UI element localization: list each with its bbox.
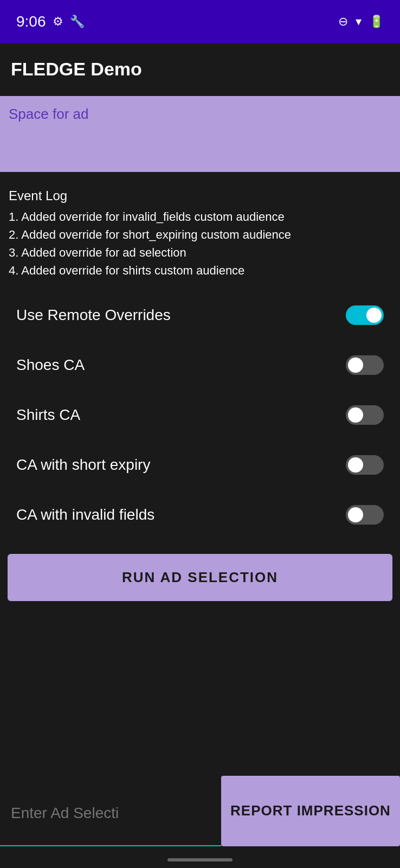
report-impression-button[interactable]: REPORT IMPRESSION	[221, 776, 400, 846]
toggle-shirts-ca[interactable]	[346, 405, 384, 425]
app-title: FLEDGE Demo	[11, 59, 142, 79]
toggle-row-use-remote-overrides: Use Remote Overrides	[0, 290, 400, 340]
gear-icon: ⚙	[53, 15, 63, 29]
bottom-bar: REPORT IMPRESSION	[0, 776, 400, 846]
ad-space-label: Space for ad	[9, 106, 88, 122]
status-time: 9:06	[16, 13, 46, 30]
toggle-label-use-remote-overrides: Use Remote Overrides	[16, 307, 171, 324]
toggle-row-shirts-ca: Shirts CA	[0, 390, 400, 440]
toggle-label-ca-short-expiry: CA with short expiry	[16, 456, 150, 474]
block-icon: ⊖	[338, 15, 348, 29]
toggle-row-ca-invalid-fields: CA with invalid fields	[0, 490, 400, 540]
toggle-section: Use Remote Overrides Shoes CA Shirts CA …	[0, 285, 400, 545]
toggle-ca-invalid-fields[interactable]	[346, 505, 384, 525]
ad-space: Space for ad	[0, 96, 400, 172]
battery-icon: 🔋	[369, 15, 384, 29]
run-ad-selection-button[interactable]: RUN AD SELECTION	[8, 554, 392, 601]
toggle-thumb-ca-short-expiry	[348, 457, 363, 473]
toggle-thumb-use-remote-overrides	[366, 308, 382, 323]
event-log-item-3: 3. Added override for ad selection	[9, 244, 391, 261]
status-bar: 9:06 ⚙ 🔧 ⊖ ▾ 🔋	[0, 0, 400, 43]
status-bar-left: 9:06 ⚙ 🔧	[16, 13, 85, 30]
event-log-item-1: 1. Added override for invalid_fields cus…	[9, 208, 391, 226]
toggle-label-shoes-ca: Shoes CA	[16, 356, 85, 374]
toggle-label-ca-invalid-fields: CA with invalid fields	[16, 506, 154, 524]
event-log-item-2: 2. Added override for short_expiring cus…	[9, 226, 391, 244]
nav-indicator	[167, 858, 233, 861]
wrench-icon: 🔧	[70, 15, 85, 29]
toggle-use-remote-overrides[interactable]	[346, 305, 384, 325]
toggle-thumb-shoes-ca	[348, 358, 363, 373]
toggle-label-shirts-ca: Shirts CA	[16, 406, 80, 424]
toggle-thumb-shirts-ca	[348, 407, 363, 423]
wifi-icon: ▾	[356, 15, 362, 29]
event-log-title: Event Log	[9, 186, 391, 206]
toggle-row-shoes-ca: Shoes CA	[0, 340, 400, 390]
toggle-row-ca-short-expiry: CA with short expiry	[0, 440, 400, 490]
toggle-shoes-ca[interactable]	[346, 355, 384, 375]
enter-ad-selection-input[interactable]	[0, 776, 221, 846]
toggle-ca-short-expiry[interactable]	[346, 455, 384, 475]
event-log-item-4: 4. Added override for shirts custom audi…	[9, 261, 391, 279]
status-bar-right: ⊖ ▾ 🔋	[338, 15, 384, 29]
app-header: FLEDGE Demo	[0, 43, 400, 91]
event-log: Event Log 1. Added override for invalid_…	[0, 177, 400, 285]
toggle-thumb-ca-invalid-fields	[348, 507, 363, 522]
